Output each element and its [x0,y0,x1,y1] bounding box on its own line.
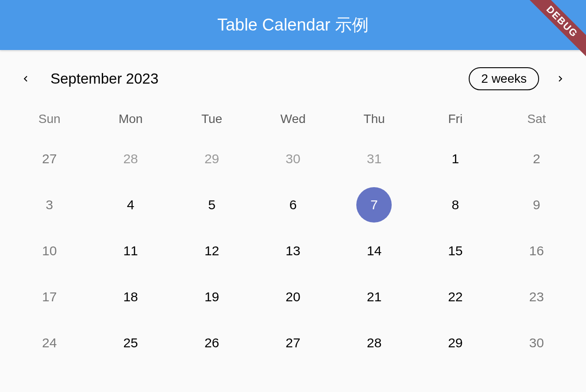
next-month-button[interactable] [550,68,571,89]
day-cell[interactable]: 2 [496,136,577,182]
day-number: 23 [519,279,554,315]
day-cell[interactable]: 26 [171,320,252,366]
weekday-label: Fri [415,107,496,131]
weekday-label: Mon [90,107,171,131]
day-number: 8 [438,187,473,223]
day-number: 1 [438,141,473,177]
app-bar-title: Table Calendar 示例 [217,14,369,36]
day-number: 20 [275,279,311,315]
chevron-left-icon [20,73,31,85]
days-grid: 2728293031123456789101112131415161718192… [9,136,577,366]
format-toggle-button[interactable]: 2 weeks [469,67,539,90]
day-cell[interactable]: 30 [496,320,577,366]
day-cell[interactable]: 27 [9,136,90,182]
day-number: 19 [194,279,230,315]
day-cell[interactable]: 1 [415,136,496,182]
day-cell[interactable]: 29 [415,320,496,366]
day-cell[interactable]: 11 [90,228,171,274]
day-cell[interactable]: 15 [415,228,496,274]
day-number: 12 [194,233,230,269]
day-number: 30 [275,141,311,177]
day-number: 29 [194,141,230,177]
day-cell[interactable]: 12 [171,228,252,274]
day-cell[interactable]: 13 [252,228,333,274]
weekday-label: Sun [9,107,90,131]
day-cell[interactable]: 22 [415,274,496,320]
day-number: 27 [32,141,67,177]
day-number: 14 [356,233,392,269]
day-cell[interactable]: 23 [496,274,577,320]
day-cell[interactable]: 20 [252,274,333,320]
day-cell[interactable]: 25 [90,320,171,366]
day-cell[interactable]: 31 [334,136,415,182]
day-number: 29 [438,325,473,361]
day-cell[interactable]: 16 [496,228,577,274]
day-cell[interactable]: 27 [252,320,333,366]
day-number: 10 [32,233,67,269]
day-number: 4 [113,187,148,223]
chevron-right-icon [555,73,566,85]
weekday-row: SunMonTueWedThuFriSat [9,107,577,131]
day-number: 15 [438,233,473,269]
day-cell[interactable]: 21 [334,274,415,320]
day-number: 28 [356,325,392,361]
day-cell[interactable]: 3 [9,182,90,228]
month-title[interactable]: September 2023 [50,70,158,87]
day-number: 31 [356,141,392,177]
day-cell[interactable]: 17 [9,274,90,320]
format-toggle-label: 2 weeks [481,72,527,86]
calendar: September 2023 2 weeks SunMonTueWedThuFr… [0,50,586,366]
day-cell[interactable]: 28 [90,136,171,182]
day-cell[interactable]: 30 [252,136,333,182]
day-number: 30 [519,325,554,361]
day-number: 6 [275,187,311,223]
day-cell[interactable]: 8 [415,182,496,228]
day-number: 13 [275,233,311,269]
day-number: 27 [275,325,311,361]
day-cell[interactable]: 29 [171,136,252,182]
day-cell[interactable]: 28 [334,320,415,366]
day-number: 7 [356,187,392,223]
day-cell[interactable]: 10 [9,228,90,274]
day-number: 25 [113,325,148,361]
prev-month-button[interactable] [15,68,36,89]
day-cell[interactable]: 24 [9,320,90,366]
day-number: 24 [32,325,67,361]
day-number: 9 [519,187,554,223]
day-number: 2 [519,141,554,177]
day-number: 22 [438,279,473,315]
weekday-label: Thu [334,107,415,131]
day-number: 26 [194,325,230,361]
weekday-label: Sat [496,107,577,131]
day-number: 21 [356,279,392,315]
calendar-header: September 2023 2 weeks [9,63,577,94]
day-cell[interactable]: 14 [334,228,415,274]
day-cell[interactable]: 4 [90,182,171,228]
day-number: 28 [113,141,148,177]
day-cell[interactable]: 9 [496,182,577,228]
day-number: 17 [32,279,67,315]
day-number: 3 [32,187,67,223]
app-bar: Table Calendar 示例 [0,0,586,50]
day-number: 11 [113,233,148,269]
day-cell[interactable]: 18 [90,274,171,320]
day-cell[interactable]: 7 [334,182,415,228]
weekday-label: Wed [252,107,333,131]
day-number: 5 [194,187,230,223]
day-cell[interactable]: 19 [171,274,252,320]
day-number: 18 [113,279,148,315]
weekday-label: Tue [171,107,252,131]
day-number: 16 [519,233,554,269]
day-cell[interactable]: 5 [171,182,252,228]
day-cell[interactable]: 6 [252,182,333,228]
